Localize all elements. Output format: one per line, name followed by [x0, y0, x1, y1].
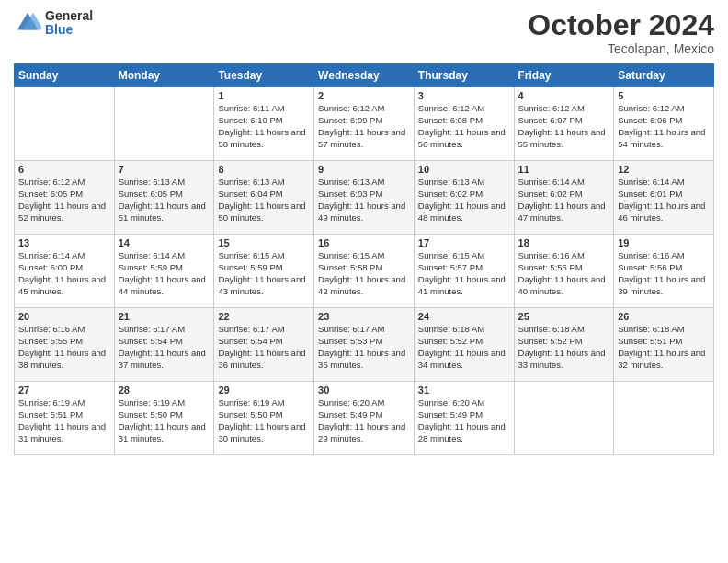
day-number: 13 [18, 237, 110, 248]
logo-general: General [45, 9, 93, 23]
day-info: Sunrise: 6:12 AMSunset: 6:08 PMDaylight:… [418, 103, 510, 150]
calendar-cell: 23Sunrise: 6:17 AMSunset: 5:53 PMDayligh… [314, 308, 415, 382]
day-info: Sunrise: 6:18 AMSunset: 5:52 PMDaylight:… [418, 324, 510, 371]
day-number: 7 [119, 164, 210, 175]
day-number: 31 [418, 385, 510, 396]
calendar-cell: 7Sunrise: 6:13 AMSunset: 6:05 PMDaylight… [114, 161, 214, 235]
day-info: Sunrise: 6:14 AMSunset: 6:01 PMDaylight:… [618, 177, 710, 224]
day-info: Sunrise: 6:12 AMSunset: 6:09 PMDaylight:… [318, 103, 410, 150]
calendar-cell: 28Sunrise: 6:19 AMSunset: 5:50 PMDayligh… [114, 382, 214, 455]
logo-blue: Blue [45, 23, 93, 37]
day-info: Sunrise: 6:16 AMSunset: 5:56 PMDaylight:… [518, 250, 610, 297]
calendar-cell: 24Sunrise: 6:18 AMSunset: 5:52 PMDayligh… [414, 308, 514, 382]
day-number: 23 [318, 311, 410, 322]
calendar-cell: 5Sunrise: 6:12 AMSunset: 6:06 PMDaylight… [614, 87, 714, 161]
day-number: 6 [18, 164, 110, 175]
header-cell-wednesday: Wednesday [314, 64, 415, 87]
day-number: 9 [318, 164, 410, 175]
header-cell-friday: Friday [514, 64, 614, 87]
day-number: 5 [618, 90, 710, 101]
day-info: Sunrise: 6:16 AMSunset: 5:56 PMDaylight:… [618, 250, 710, 297]
day-info: Sunrise: 6:13 AMSunset: 6:02 PMDaylight:… [418, 177, 510, 224]
day-number: 10 [418, 164, 510, 175]
day-number: 15 [218, 237, 310, 248]
day-number: 27 [18, 385, 110, 396]
calendar-cell: 14Sunrise: 6:14 AMSunset: 5:59 PMDayligh… [114, 235, 214, 308]
calendar-cell: 26Sunrise: 6:18 AMSunset: 5:51 PMDayligh… [614, 308, 714, 382]
day-number: 26 [618, 311, 710, 322]
day-info: Sunrise: 6:12 AMSunset: 6:06 PMDaylight:… [618, 103, 710, 150]
calendar-week-row: 27Sunrise: 6:19 AMSunset: 5:51 PMDayligh… [15, 382, 714, 455]
calendar-cell: 18Sunrise: 6:16 AMSunset: 5:56 PMDayligh… [514, 235, 614, 308]
calendar-cell: 9Sunrise: 6:13 AMSunset: 6:03 PMDaylight… [314, 161, 415, 235]
title-block: October 2024 Tecolapan, Mexico [528, 9, 714, 56]
day-info: Sunrise: 6:13 AMSunset: 6:05 PMDaylight:… [119, 177, 210, 224]
calendar-table: SundayMondayTuesdayWednesdayThursdayFrid… [14, 63, 714, 455]
logo-icon [14, 9, 41, 37]
calendar-cell: 8Sunrise: 6:13 AMSunset: 6:04 PMDaylight… [214, 161, 314, 235]
day-info: Sunrise: 6:15 AMSunset: 5:58 PMDaylight:… [318, 250, 410, 297]
calendar-cell: 31Sunrise: 6:20 AMSunset: 5:49 PMDayligh… [414, 382, 514, 455]
calendar-header-row: SundayMondayTuesdayWednesdayThursdayFrid… [15, 64, 714, 87]
day-info: Sunrise: 6:17 AMSunset: 5:54 PMDaylight:… [218, 324, 310, 371]
day-number: 12 [618, 164, 710, 175]
calendar-cell: 19Sunrise: 6:16 AMSunset: 5:56 PMDayligh… [614, 235, 714, 308]
calendar-cell: 25Sunrise: 6:18 AMSunset: 5:52 PMDayligh… [514, 308, 614, 382]
day-number: 18 [518, 237, 610, 248]
logo: General Blue [14, 9, 93, 38]
day-number: 25 [518, 311, 610, 322]
calendar-cell: 6Sunrise: 6:12 AMSunset: 6:05 PMDaylight… [15, 161, 115, 235]
calendar-cell: 11Sunrise: 6:14 AMSunset: 6:02 PMDayligh… [514, 161, 614, 235]
day-number: 4 [518, 90, 610, 101]
calendar-cell: 3Sunrise: 6:12 AMSunset: 6:08 PMDaylight… [414, 87, 514, 161]
calendar-cell: 2Sunrise: 6:12 AMSunset: 6:09 PMDaylight… [314, 87, 415, 161]
day-number: 14 [119, 237, 210, 248]
day-info: Sunrise: 6:19 AMSunset: 5:50 PMDaylight:… [218, 397, 310, 444]
calendar-cell: 10Sunrise: 6:13 AMSunset: 6:02 PMDayligh… [414, 161, 514, 235]
calendar-cell: 20Sunrise: 6:16 AMSunset: 5:55 PMDayligh… [15, 308, 115, 382]
calendar-cell: 29Sunrise: 6:19 AMSunset: 5:50 PMDayligh… [214, 382, 314, 455]
day-number: 17 [418, 237, 510, 248]
day-info: Sunrise: 6:17 AMSunset: 5:53 PMDaylight:… [318, 324, 410, 371]
day-number: 2 [318, 90, 410, 101]
calendar-cell: 4Sunrise: 6:12 AMSunset: 6:07 PMDaylight… [514, 87, 614, 161]
logo-text: General Blue [45, 9, 93, 38]
header-cell-saturday: Saturday [614, 64, 714, 87]
day-info: Sunrise: 6:14 AMSunset: 6:02 PMDaylight:… [518, 177, 610, 224]
day-info: Sunrise: 6:20 AMSunset: 5:49 PMDaylight:… [318, 397, 410, 444]
day-number: 20 [18, 311, 110, 322]
day-info: Sunrise: 6:13 AMSunset: 6:03 PMDaylight:… [318, 177, 410, 224]
day-info: Sunrise: 6:14 AMSunset: 6:00 PMDaylight:… [18, 250, 110, 297]
calendar-cell: 13Sunrise: 6:14 AMSunset: 6:00 PMDayligh… [15, 235, 115, 308]
calendar-cell [614, 382, 714, 455]
day-info: Sunrise: 6:20 AMSunset: 5:49 PMDaylight:… [418, 397, 510, 444]
calendar-week-row: 13Sunrise: 6:14 AMSunset: 6:00 PMDayligh… [15, 235, 714, 308]
day-info: Sunrise: 6:15 AMSunset: 5:57 PMDaylight:… [418, 250, 510, 297]
location: Tecolapan, Mexico [528, 41, 714, 56]
calendar-cell: 27Sunrise: 6:19 AMSunset: 5:51 PMDayligh… [15, 382, 115, 455]
calendar-cell: 15Sunrise: 6:15 AMSunset: 5:59 PMDayligh… [214, 235, 314, 308]
day-info: Sunrise: 6:15 AMSunset: 5:59 PMDaylight:… [218, 250, 310, 297]
day-number: 21 [119, 311, 210, 322]
day-info: Sunrise: 6:14 AMSunset: 5:59 PMDaylight:… [119, 250, 210, 297]
month-title: October 2024 [528, 9, 714, 41]
day-number: 30 [318, 385, 410, 396]
day-info: Sunrise: 6:19 AMSunset: 5:50 PMDaylight:… [119, 397, 210, 444]
day-info: Sunrise: 6:18 AMSunset: 5:52 PMDaylight:… [518, 324, 610, 371]
day-number: 24 [418, 311, 510, 322]
header-cell-thursday: Thursday [414, 64, 514, 87]
day-info: Sunrise: 6:12 AMSunset: 6:07 PMDaylight:… [518, 103, 610, 150]
calendar-cell [114, 87, 214, 161]
calendar-cell: 22Sunrise: 6:17 AMSunset: 5:54 PMDayligh… [214, 308, 314, 382]
calendar-cell: 12Sunrise: 6:14 AMSunset: 6:01 PMDayligh… [614, 161, 714, 235]
day-number: 3 [418, 90, 510, 101]
day-info: Sunrise: 6:16 AMSunset: 5:55 PMDaylight:… [18, 324, 110, 371]
page: General Blue October 2024 Tecolapan, Mex… [0, 0, 728, 563]
day-info: Sunrise: 6:17 AMSunset: 5:54 PMDaylight:… [119, 324, 210, 371]
day-number: 1 [218, 90, 310, 101]
day-info: Sunrise: 6:18 AMSunset: 5:51 PMDaylight:… [618, 324, 710, 371]
day-number: 16 [318, 237, 410, 248]
day-number: 28 [119, 385, 210, 396]
header-cell-monday: Monday [114, 64, 214, 87]
day-info: Sunrise: 6:19 AMSunset: 5:51 PMDaylight:… [18, 397, 110, 444]
